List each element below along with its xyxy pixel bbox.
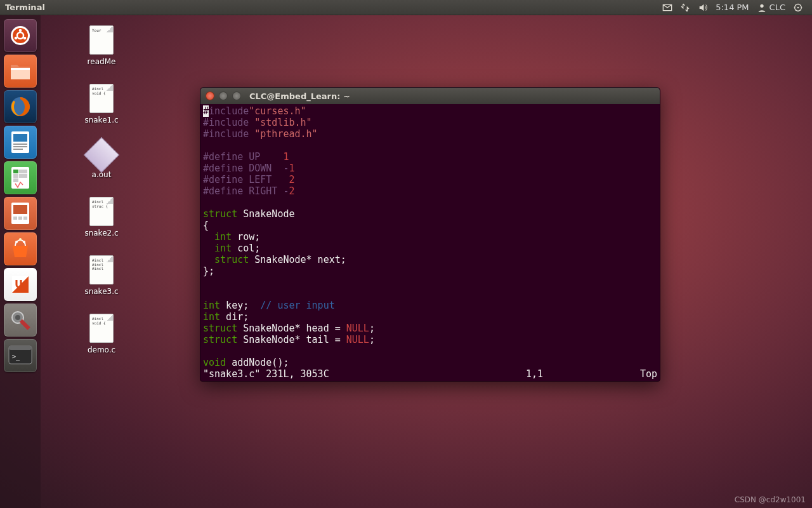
code-token: dir; — [220, 311, 249, 323]
code-token: struct — [214, 254, 249, 265]
launcher-impress[interactable] — [4, 197, 37, 230]
code-token: #define DOWN - — [203, 163, 289, 174]
code-token: "pthread.h" — [254, 128, 317, 140]
desktop-file-snake3[interactable]: #incl #incl #incl snake3.c — [76, 255, 127, 296]
window-close-button[interactable] — [206, 91, 214, 100]
file-icon: Your — [89, 25, 114, 55]
mail-icon[interactable] — [662, 3, 672, 13]
network-icon[interactable] — [680, 3, 690, 13]
svg-rect-13 — [13, 146, 27, 147]
vim-scroll-pos: Top — [619, 368, 657, 380]
svg-rect-34 — [9, 346, 32, 350]
code-token: NULL — [346, 334, 369, 345]
window-maximize-button[interactable] — [232, 91, 241, 100]
code-token: SnakeNode* tail = — [237, 334, 346, 345]
vim-file-info: "snake3.c" 231L, 3053C — [203, 368, 329, 380]
launcher-dash[interactable] — [4, 19, 37, 52]
top-menu-bar: Terminal 5:14 PM CLC — [0, 0, 812, 15]
file-label: demo.c — [88, 345, 115, 354]
code-token: int — [203, 311, 220, 323]
executable-icon — [84, 137, 120, 173]
code-token: 2 — [289, 185, 294, 197]
code-token: void — [203, 357, 226, 368]
svg-rect-25 — [23, 217, 27, 220]
file-icon: #incl struc { — [89, 197, 114, 226]
code-token: #define LEFT — [203, 174, 289, 185]
code-token: #define UP — [203, 151, 283, 163]
svg-rect-23 — [13, 217, 17, 220]
svg-rect-11 — [13, 134, 27, 142]
svg-rect-14 — [13, 149, 23, 150]
desktop-icons: Your readMe #incl void { snake1.c a.out … — [76, 25, 127, 354]
svg-text:U: U — [15, 278, 23, 290]
desktop-file-readme[interactable]: Your readMe — [76, 25, 127, 66]
user-label: CLC — [769, 3, 785, 12]
user-menu[interactable]: CLC — [757, 3, 785, 13]
code-token: int — [203, 300, 220, 311]
code-token: struct — [203, 334, 237, 345]
file-label: snake3.c — [84, 287, 118, 296]
svg-rect-12 — [13, 144, 27, 145]
desktop-file-aout[interactable]: a.out — [76, 142, 127, 179]
desktop-file-snake2[interactable]: #incl struc { snake2.c — [76, 197, 127, 237]
watermark: CSDN @cd2w1001 — [735, 495, 806, 504]
file-icon: #incl #incl #incl — [89, 255, 114, 284]
code-token: 1 — [289, 163, 294, 174]
svg-rect-22 — [13, 205, 27, 214]
file-label: snake1.c — [84, 116, 118, 124]
file-label: readMe — [88, 57, 116, 66]
svg-point-26 — [15, 241, 18, 243]
launcher-firefox[interactable] — [4, 90, 37, 123]
svg-rect-24 — [18, 217, 22, 220]
code-token: int — [214, 243, 232, 254]
code-token: "curses.h" — [249, 105, 306, 117]
window-minimize-button[interactable] — [219, 91, 228, 100]
code-token: SnakeNode* next; — [249, 254, 346, 265]
svg-rect-32 — [20, 319, 30, 330]
svg-point-28 — [19, 238, 22, 241]
launcher-ubuntu-one[interactable]: U — [4, 268, 37, 301]
launcher-terminal[interactable]: >_ — [4, 339, 37, 372]
code-token: "stdlib.h" — [254, 117, 311, 128]
launcher-settings[interactable] — [4, 304, 37, 337]
desktop-file-demo[interactable]: #incl void { demo.c — [76, 314, 127, 354]
code-token: include — [209, 105, 249, 117]
code-token: #include — [203, 128, 254, 140]
code-token: row; — [232, 231, 260, 243]
launcher-calc[interactable] — [4, 161, 37, 194]
desktop-file-snake1[interactable]: #incl void { snake1.c — [76, 84, 127, 124]
vim-cursor-pos: 1,1 — [329, 368, 619, 380]
svg-text:>_: >_ — [12, 353, 20, 361]
code-token: struct — [203, 323, 237, 334]
file-label: snake2.c — [84, 229, 118, 237]
launcher-writer[interactable] — [4, 126, 37, 159]
code-token: col; — [232, 243, 260, 254]
code-token: SnakeNode — [237, 208, 294, 220]
code-token: }; — [203, 265, 214, 277]
code-token: SnakeNode* head = — [237, 323, 346, 334]
svg-point-2 — [797, 6, 799, 8]
code-token: #include — [203, 117, 254, 128]
file-icon: #incl void { — [89, 84, 114, 113]
launcher-files[interactable] — [4, 55, 37, 88]
clock-label[interactable]: 5:14 PM — [716, 3, 749, 12]
svg-point-0 — [760, 4, 763, 7]
svg-point-31 — [15, 315, 20, 320]
vim-status-line: "snake3.c" 231L, 3053C1,1Top — [203, 368, 657, 380]
terminal-content[interactable]: #include"curses.h" #include "stdlib.h" #… — [200, 104, 660, 381]
launcher-software-center[interactable] — [4, 232, 37, 265]
code-token: NULL — [346, 323, 369, 334]
svg-rect-20 — [13, 178, 18, 182]
svg-rect-18 — [13, 174, 18, 178]
power-icon[interactable] — [793, 3, 803, 13]
volume-icon[interactable] — [698, 3, 708, 13]
window-title: CLC@Embed_Learn: ~ — [249, 91, 350, 101]
code-token: 2 — [289, 174, 294, 185]
window-titlebar[interactable]: CLC@Embed_Learn: ~ — [200, 88, 660, 104]
code-token: ; — [369, 334, 375, 345]
terminal-window[interactable]: CLC@Embed_Learn: ~ #include"curses.h" #i… — [200, 87, 660, 382]
code-token: key; — [220, 300, 260, 311]
code-token: 1 — [283, 151, 289, 163]
code-token: #define RIGHT - — [203, 185, 289, 197]
vim-cursor: # — [203, 105, 209, 117]
